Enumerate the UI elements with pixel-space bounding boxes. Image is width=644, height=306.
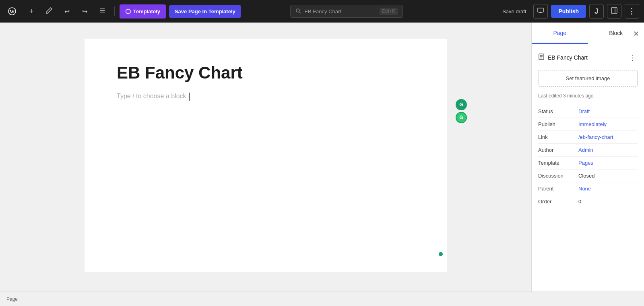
featured-image-button[interactable]: Set featured image [538, 70, 638, 87]
search-shortcut: Ctrl+K [380, 8, 398, 15]
template-value[interactable]: Pages [578, 160, 593, 166]
undo-button[interactable]: ↩ [60, 4, 74, 19]
more-icon: ⋮ [628, 7, 636, 16]
save-templately-button[interactable]: Save Page In Templately [169, 5, 241, 18]
svg-text:W: W [10, 9, 14, 14]
link-value[interactable]: /eb-fancy-chart [578, 134, 613, 140]
sidebar-header: Page Block ✕ [532, 23, 644, 45]
meta-row-template: Template Pages [538, 157, 638, 170]
meta-row-author: Author Admin [538, 144, 638, 157]
template-label: Template [538, 160, 578, 166]
sidebar-icon [611, 7, 617, 15]
list-view-button[interactable] [95, 4, 109, 19]
templately-icon: ⬡ [125, 8, 131, 15]
more-vertical-icon: ⋮ [629, 54, 636, 62]
order-label: Order [538, 198, 578, 205]
page-icon [538, 54, 545, 62]
close-icon: ✕ [633, 30, 639, 38]
publish-label: Publish [558, 8, 579, 14]
wp-logo[interactable]: W [5, 4, 19, 19]
parent-label: Parent [538, 186, 578, 192]
order-value[interactable]: 0 [578, 198, 581, 205]
status-dot [439, 252, 443, 256]
svg-rect-10 [611, 8, 617, 13]
search-icon [295, 8, 301, 15]
svg-line-6 [299, 12, 301, 13]
grammarly-badge-1[interactable]: G [456, 99, 467, 110]
status-value[interactable]: Draft [578, 108, 590, 114]
author-value[interactable]: Admin [578, 147, 593, 153]
sidebar-page-title: EB Fancy Chart [548, 54, 624, 61]
meta-row-publish: Publish Immediately [538, 118, 638, 131]
author-label: Author [538, 147, 578, 153]
text-cursor [189, 93, 190, 101]
last-edited: Last edited 3 minutes ago. [538, 93, 638, 99]
list-icon [99, 7, 106, 16]
editor-canvas: EB Fancy Chart Type / to choose a block … [85, 39, 447, 272]
search-text: EB Fancy Chart [304, 8, 376, 14]
discussion-label: Discussion [538, 173, 578, 179]
meta-row-status: Status Draft [538, 105, 638, 118]
sidebar-page-title-row: EB Fancy Chart ⋮ [538, 52, 638, 64]
link-label: Link [538, 134, 578, 140]
plus-icon: + [29, 7, 34, 16]
svg-point-5 [296, 9, 299, 12]
meta-row-order: Order 0 [538, 195, 638, 208]
publish-label: Publish [538, 121, 578, 127]
preview-button[interactable] [533, 4, 548, 19]
grammarly-badge-2[interactable]: G [456, 112, 467, 123]
block-placeholder-text: Type / to choose a block [117, 93, 186, 100]
publish-value[interactable]: Immediately [578, 121, 607, 127]
sidebar: Page Block ✕ EB Fancy Ch [531, 23, 644, 292]
save-templately-label: Save Page In Templately [175, 8, 235, 14]
undo-icon: ↩ [64, 8, 70, 15]
divider-1 [114, 6, 115, 16]
edit-icon [45, 7, 53, 16]
edit-button[interactable] [42, 4, 56, 19]
redo-button[interactable]: ↪ [77, 4, 92, 19]
block-placeholder[interactable]: Type / to choose a block [117, 93, 415, 101]
publish-button[interactable]: Publish [551, 5, 586, 18]
page-title[interactable]: EB Fancy Chart [117, 63, 415, 83]
svg-rect-7 [538, 8, 543, 12]
status-bar-label: Page [6, 296, 18, 302]
redo-icon: ↪ [82, 8, 87, 15]
tab-page-label: Page [553, 30, 566, 36]
save-draft-label: Save draft [502, 8, 526, 14]
tab-page[interactable]: Page [532, 23, 588, 44]
jetpack-icon: J [594, 7, 599, 16]
editor-area: EB Fancy Chart Type / to choose a block … [0, 23, 531, 292]
jetpack-button[interactable]: J [589, 4, 604, 19]
featured-image-label: Set featured image [566, 75, 610, 81]
parent-value[interactable]: None [578, 186, 591, 192]
main-area: EB Fancy Chart Type / to choose a block … [0, 23, 644, 292]
sidebar-content: EB Fancy Chart ⋮ Set featured image Last… [532, 45, 644, 292]
status-bar: Page [0, 292, 644, 306]
editor-badges: G G [456, 99, 467, 123]
status-label: Status [538, 108, 578, 114]
meta-row-parent: Parent None [538, 182, 638, 195]
toolbar-right: Save draft Publish J [498, 4, 639, 19]
discussion-value[interactable]: Closed [578, 173, 594, 179]
meta-row-link: Link /eb-fancy-chart [538, 131, 638, 144]
toolbar: W + ↩ ↪ ⬡ Templately Save Page In Templ [0, 0, 644, 23]
sidebar-toggle-button[interactable] [607, 4, 621, 19]
tab-block-label: Block [609, 30, 623, 36]
templately-button[interactable]: ⬡ Templately [120, 4, 166, 19]
page-more-button[interactable]: ⋮ [627, 52, 638, 64]
add-block-button[interactable]: + [24, 4, 39, 19]
options-button[interactable]: ⋮ [625, 4, 639, 19]
meta-row-discussion: Discussion Closed [538, 170, 638, 182]
sidebar-close-button[interactable]: ✕ [633, 29, 639, 38]
templately-label: Templately [133, 8, 160, 14]
monitor-icon [537, 7, 544, 15]
search-bar[interactable]: EB Fancy Chart Ctrl+K [290, 5, 403, 18]
save-draft-button[interactable]: Save draft [498, 6, 530, 17]
